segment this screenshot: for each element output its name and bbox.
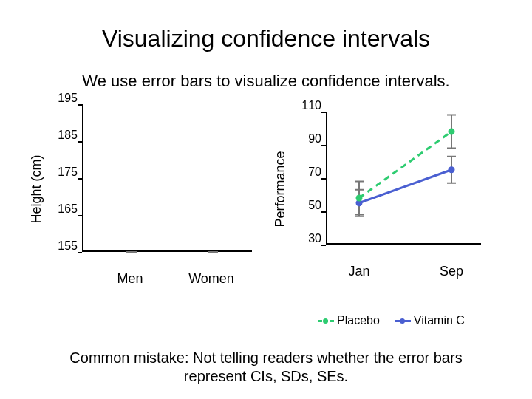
line-ylabel: Performance (273, 151, 288, 227)
line-yticks: 110 90 70 50 30 (296, 106, 321, 239)
slide-title: Visualizing confidence intervals (0, 0, 532, 52)
slide: { "title": "Visualizing confidence inter… (0, 0, 532, 399)
line-plot-area: 110 90 70 50 30 (326, 112, 481, 245)
bar-plot-area: 195 185 175 165 155 (82, 104, 252, 252)
slide-subtitle: We use error bars to visualize confidenc… (0, 72, 532, 91)
bar-x-axis (82, 250, 252, 252)
svg-point-14 (356, 195, 363, 202)
charts-row: Height (cm) 195 185 175 165 155 (0, 104, 532, 274)
bar-ylabel: Height (cm) (29, 154, 44, 223)
bar-yticks: 195 185 175 165 155 (52, 98, 78, 246)
legend-vitc: Vitamin C (395, 314, 465, 327)
series-vitc (359, 132, 451, 198)
svg-point-15 (449, 129, 455, 135)
footnote: Common mistake: Not telling readers whet… (0, 349, 532, 386)
line-legend: Placebo Vitamin C (318, 314, 465, 327)
series-placebo (359, 170, 451, 203)
line-chart: Performance 110 90 70 50 30 (284, 104, 491, 274)
legend-placebo: Placebo (318, 314, 380, 327)
bar-y-axis (82, 104, 83, 252)
svg-point-13 (449, 166, 455, 173)
bar-chart: Height (cm) 195 185 175 165 155 (41, 104, 262, 274)
line-series-svg (326, 112, 481, 245)
